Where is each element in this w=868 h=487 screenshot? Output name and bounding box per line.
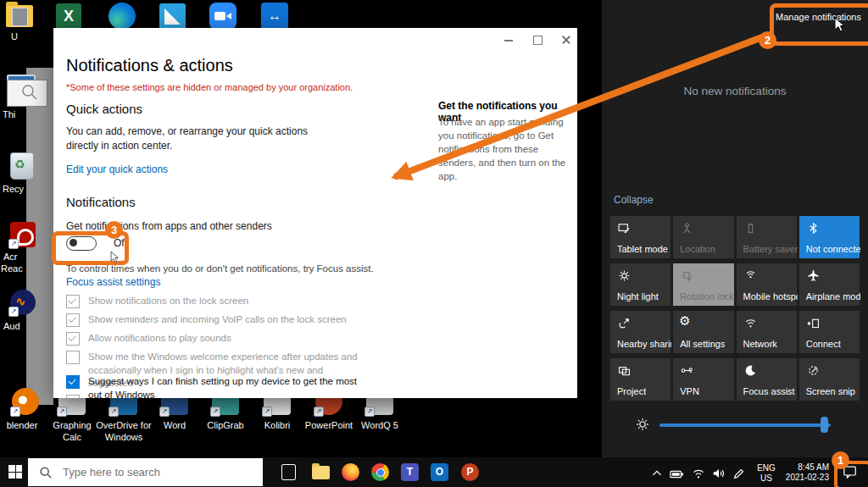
desktop-icon-teamviewer[interactable]: [261, 3, 288, 30]
search-input[interactable]: [61, 465, 234, 479]
desktop-icon-recycle-bin[interactable]: [10, 152, 34, 180]
focus-assist-settings-link[interactable]: Focus assist settings: [66, 276, 160, 288]
folder-icon: [6, 5, 33, 27]
tray-language-indicator[interactable]: ENG US: [756, 463, 776, 483]
tray-chevron-up-icon[interactable]: [649, 467, 665, 480]
tile-project[interactable]: Project: [610, 358, 670, 401]
tile-bluetooth[interactable]: Not connected: [799, 216, 860, 258]
start-button[interactable]: [8, 465, 23, 479]
taskbar-icon-teams[interactable]: T: [401, 463, 419, 481]
search-magnifier-overlay: [7, 80, 47, 107]
no-notifications-text: No new notifications: [602, 85, 868, 97]
taskbar-icon-chrome[interactable]: [371, 463, 389, 481]
shortcut-arrow-icon: [210, 407, 220, 417]
taskbar: T O P ENG US 8:45 AM 2021-02-23: [0, 457, 868, 487]
settings-window: Notifications & actions *Some of these s…: [53, 28, 577, 398]
tile-airplane-mode[interactable]: Airplane mode: [799, 263, 860, 306]
brightness-slider[interactable]: [659, 423, 831, 427]
tile-tablet-mode[interactable]: Tablet mode: [610, 216, 670, 258]
tile-screen-snip[interactable]: Screen snip: [799, 358, 860, 401]
location-icon: [680, 221, 694, 235]
close-button[interactable]: [560, 33, 572, 45]
tray-pen-icon[interactable]: [732, 467, 747, 480]
bluetooth-icon: [806, 221, 821, 235]
taskbar-search-box[interactable]: [28, 458, 263, 486]
desktop-icon-label: WordQ 5: [350, 419, 409, 431]
taskbar-icon-firefox[interactable]: [342, 463, 359, 481]
annotation-step-1: 1: [832, 451, 849, 469]
airplane-icon: [806, 268, 821, 283]
tile-nearby-sharing[interactable]: Nearby sharing: [610, 311, 670, 353]
tile-night-light[interactable]: Night light: [610, 263, 670, 306]
tile-mobile-hotspot[interactable]: Mobile hotspot: [737, 263, 797, 306]
manage-notifications-link[interactable]: Manage notifications: [776, 12, 861, 22]
hotspot-icon: [743, 268, 758, 283]
tray-battery-icon[interactable]: [670, 468, 685, 481]
task-view-button[interactable]: [280, 463, 298, 481]
shortcut-arrow-icon: [159, 407, 170, 417]
brightness-slider-thumb[interactable]: [821, 417, 828, 433]
collapse-link[interactable]: Collapse: [614, 194, 654, 206]
checkbox-reminders-voip[interactable]: [66, 313, 80, 327]
tablet-icon: [617, 221, 632, 235]
vpn-icon: [680, 363, 694, 378]
tile-rotation-lock[interactable]: Rotation lock: [673, 263, 733, 306]
shortcut-arrow-icon: [108, 407, 119, 417]
quick-actions-description: You can add, remove, or rearrange your q…: [66, 125, 327, 153]
project-icon: [617, 363, 632, 378]
shortcut-arrow-icon: [8, 307, 19, 317]
gear-icon: ⚙: [679, 313, 690, 329]
tile-battery-saver[interactable]: Battery saver: [737, 216, 797, 258]
taskbar-icon-powerpoint[interactable]: P: [461, 463, 479, 481]
action-center-panel: Manage notifications No new notification…: [602, 0, 868, 457]
tile-vpn[interactable]: VPN: [673, 358, 733, 401]
edit-quick-actions-link[interactable]: Edit your quick actions: [66, 163, 168, 175]
checkbox-suggest-finish-setup[interactable]: [66, 375, 80, 389]
notifications-toggle[interactable]: [66, 236, 97, 251]
tile-network[interactable]: Network: [737, 311, 797, 353]
taskbar-icon-explorer[interactable]: [312, 466, 330, 479]
desktop-icon-user-folder[interactable]: [6, 5, 33, 27]
tray-volume-icon[interactable]: [711, 467, 726, 480]
user-photo: [12, 8, 28, 26]
moon-icon: [743, 363, 758, 378]
tile-focus-assist[interactable]: Focus assist: [737, 358, 797, 401]
tray-clock[interactable]: 8:45 AM 2021-02-23: [780, 462, 829, 482]
snip-icon: [806, 363, 821, 378]
checkbox-row-clipped: [66, 395, 80, 398]
battery-icon: [743, 221, 758, 235]
desktop-icon-acrobat-reader[interactable]: [10, 222, 36, 247]
shortcut-arrow-icon: [8, 239, 19, 249]
desktop-icon-audacity[interactable]: [10, 290, 36, 315]
rotation-lock-icon: [680, 268, 694, 283]
tray-wifi-icon[interactable]: [691, 467, 706, 480]
desktop-icon-blender[interactable]: [12, 388, 39, 415]
tile-connect[interactable]: Connect: [799, 311, 860, 353]
checkbox-lock-screen[interactable]: [66, 295, 80, 308]
maximize-button[interactable]: [531, 33, 543, 45]
desktop-icon-label: U: [0, 30, 29, 42]
desktop-icon-excel[interactable]: X: [56, 3, 81, 29]
desktop-icon-graphing-tool[interactable]: [159, 3, 186, 30]
wifi-icon: [743, 316, 758, 330]
checkbox-clipped[interactable]: [66, 395, 80, 398]
checkbox-play-sounds[interactable]: [66, 332, 80, 346]
quick-actions-grid: Tablet mode Location Battery saver Not c…: [610, 216, 860, 401]
checkbox-welcome-experience[interactable]: [66, 351, 80, 364]
connect-icon: [806, 316, 821, 330]
checkbox-label: Show reminders and incoming VoIP calls o…: [88, 313, 361, 327]
checkbox-label: Suggest ways I can finish setting up my …: [88, 375, 361, 398]
sun-icon: [617, 268, 632, 283]
taskbar-icon-outlook[interactable]: O: [431, 463, 448, 481]
tile-location[interactable]: Location: [673, 216, 733, 258]
tile-all-settings[interactable]: ⚙ All settings: [673, 311, 733, 353]
annotation-step-2: 2: [759, 31, 776, 49]
toggle-knob: [70, 239, 77, 246]
shortcut-arrow-icon: [10, 407, 20, 417]
page-title: Notifications & actions: [66, 56, 233, 75]
desktop-icon-edge[interactable]: [108, 3, 136, 30]
shortcut-arrow-icon: [57, 407, 67, 417]
desktop-icon-zoom[interactable]: [209, 3, 236, 30]
minimize-button[interactable]: [503, 33, 515, 45]
quick-actions-heading: Quick actions: [66, 102, 142, 116]
